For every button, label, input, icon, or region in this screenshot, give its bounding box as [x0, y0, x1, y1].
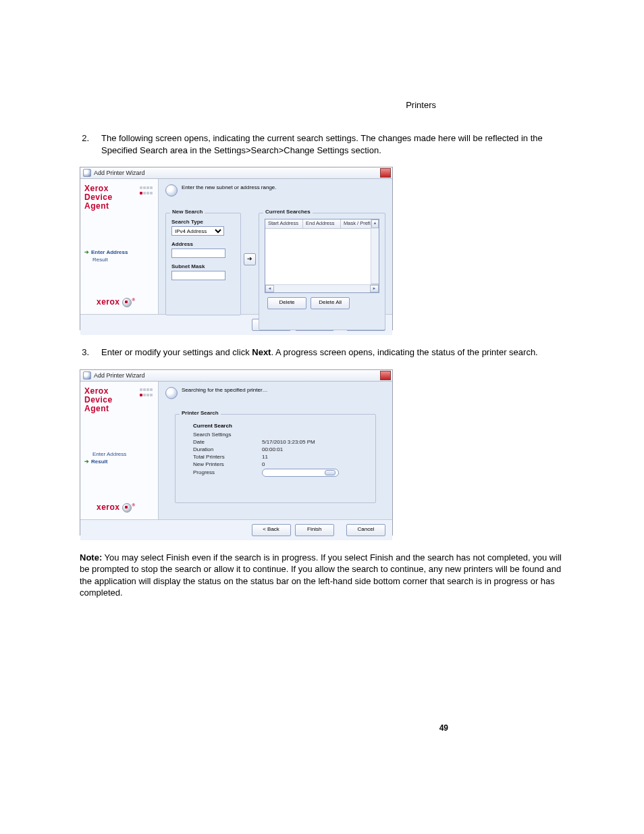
- row-date-value: 5/17/2010 3:23:05 PM: [262, 439, 315, 445]
- sidebar-item-enter-address[interactable]: Enter Address: [84, 451, 154, 457]
- sidebar-item-enter-address[interactable]: Enter Address: [84, 249, 154, 255]
- step-2-text: The following screen opens, indicating t…: [101, 132, 564, 156]
- back-button[interactable]: < Back: [252, 524, 291, 536]
- row-new-printers-value: 0: [262, 461, 265, 467]
- row-date-key: Date: [193, 439, 235, 445]
- add-printer-wizard-dialog-2: Add Printer Wizard Xerox Device Agent En…: [80, 369, 393, 536]
- address-input[interactable]: [171, 249, 225, 258]
- note-text: You may select Finish even if the search…: [80, 552, 562, 598]
- list-header: Start Address End Address Mask / Prefix: [265, 219, 379, 229]
- hint-icon: [165, 184, 178, 197]
- dialog-titlebar: Add Printer Wizard: [80, 370, 392, 382]
- delete-all-button[interactable]: Delete All: [311, 297, 350, 309]
- printer-search-group: Printer Search Current Search Search Set…: [175, 414, 376, 503]
- row-total-printers-key: Total Printers: [193, 454, 235, 460]
- printer-search-legend: Printer Search: [180, 410, 221, 416]
- row-progress-key: Progress: [193, 469, 235, 475]
- current-searches-group: Current Searches Start Address End Addre…: [259, 213, 385, 330]
- step-3-text-b: . A progress screen opens, indicating th…: [271, 347, 537, 357]
- horizontal-scrollbar[interactable]: ◄►: [265, 284, 379, 292]
- step-3-number: 3.: [80, 346, 89, 359]
- xerox-footer-logo: xerox ®: [97, 502, 135, 513]
- subnet-mask-input[interactable]: [171, 271, 225, 280]
- row-search-settings: Search Settings: [193, 432, 235, 438]
- step-2: 2. The following screen opens, indicatin…: [80, 132, 564, 156]
- brand-cube-icon: [139, 186, 153, 197]
- sidebar-item-result[interactable]: Result: [84, 257, 154, 263]
- dialog-title: Add Printer Wizard: [94, 170, 145, 176]
- address-label: Address: [171, 241, 235, 247]
- row-total-printers-value: 11: [262, 454, 268, 460]
- page-number: 49: [439, 723, 448, 733]
- wizard-side-panel: Xerox Device Agent Enter Address Result …: [80, 382, 159, 519]
- instruction-text: Searching for the specified printer…: [182, 387, 268, 393]
- wizard-main-panel: Searching for the specified printer… Pri…: [159, 382, 392, 519]
- page-header: Printers: [406, 100, 436, 110]
- app-icon: [83, 169, 91, 177]
- note-label: Note:: [80, 552, 102, 563]
- hint-icon: [165, 387, 178, 399]
- brand-line3: Agent: [84, 405, 154, 413]
- dialog-titlebar: Add Printer Wizard: [80, 167, 392, 179]
- current-search-heading: Current Search: [193, 423, 370, 429]
- xerox-ball-icon: [122, 298, 132, 307]
- add-arrow-button[interactable]: ➔: [244, 253, 256, 265]
- xerox-text: xerox: [97, 502, 120, 512]
- new-search-legend: New Search: [170, 209, 205, 215]
- col-start-address[interactable]: Start Address: [265, 219, 303, 228]
- subnet-mask-label: Subnet Mask: [171, 263, 235, 269]
- current-searches-legend: Current Searches: [263, 209, 313, 215]
- close-icon[interactable]: [380, 371, 391, 380]
- note-paragraph: Note: You may select Finish even if the …: [80, 552, 564, 599]
- step-3-text: Enter or modify your settings and click …: [101, 346, 564, 359]
- row-duration-value: 00:00:01: [262, 446, 283, 452]
- progress-thumb: [325, 470, 336, 475]
- step-2-number: 2.: [80, 132, 89, 156]
- cancel-button[interactable]: Cancel: [346, 524, 385, 536]
- xerox-footer-logo: xerox ®: [97, 297, 135, 307]
- add-printer-wizard-dialog-1: Add Printer Wizard Xerox Device Agent En…: [80, 167, 393, 330]
- app-icon: [83, 371, 91, 380]
- current-searches-list[interactable]: Start Address End Address Mask / Prefix …: [265, 219, 379, 293]
- step-3: 3. Enter or modify your settings and cli…: [80, 346, 564, 359]
- row-new-printers-key: New Printers: [193, 461, 235, 467]
- step-3-bold: Next: [252, 347, 271, 357]
- dialog-title: Add Printer Wizard: [94, 372, 145, 379]
- delete-button[interactable]: Delete: [267, 297, 306, 309]
- step-3-text-a: Enter or modify your settings and click: [101, 347, 252, 357]
- wizard-side-panel: Xerox Device Agent Enter Address Result …: [80, 179, 159, 314]
- wizard-main-panel: Enter the new subnet or address range. N…: [159, 179, 392, 314]
- search-type-label: Search Type: [171, 219, 235, 225]
- xerox-ball-icon: [122, 503, 132, 513]
- new-search-group: New Search Search Type IPv4 Address Addr…: [165, 213, 241, 315]
- brand-cube-icon: [139, 388, 153, 399]
- progress-bar: [262, 469, 339, 477]
- instruction-text: Enter the new subnet or address range.: [182, 184, 277, 190]
- brand-line3: Agent: [84, 202, 154, 211]
- finish-button[interactable]: Finish: [295, 524, 334, 536]
- row-duration-key: Duration: [193, 446, 235, 452]
- vertical-scrollbar[interactable]: ▲▼: [371, 219, 379, 292]
- close-icon[interactable]: [380, 168, 391, 178]
- xerox-text: xerox: [97, 297, 120, 307]
- col-end-address[interactable]: End Address: [303, 219, 341, 228]
- wizard-footer: < Back Finish Cancel: [80, 519, 392, 540]
- search-type-select[interactable]: IPv4 Address: [171, 226, 224, 236]
- sidebar-item-result[interactable]: Result: [84, 459, 154, 465]
